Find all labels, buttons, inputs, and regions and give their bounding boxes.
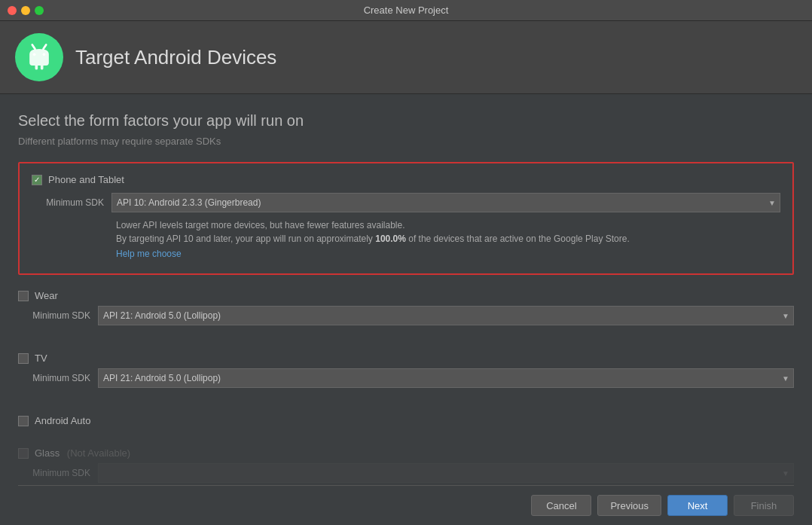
android-auto-label: Android Auto: [35, 415, 90, 426]
wear-label: Wear: [35, 290, 58, 301]
android-auto-section: Android Auto: [18, 409, 794, 432]
tv-sdk-select[interactable]: API 21: Android 5.0 (Lollipop): [98, 368, 794, 388]
form-factors-list: Phone and Tablet Minimum SDK API 10: And…: [18, 162, 794, 485]
phone-tablet-sdk-select[interactable]: API 10: Android 2.3.3 (Gingerbread): [111, 193, 780, 212]
glass-checkbox: [18, 448, 29, 459]
help-me-choose-link[interactable]: Help me choose: [116, 249, 182, 259]
glass-section: Glass (Not Available) Minimum SDK: [18, 441, 794, 485]
phone-tablet-section: Phone and Tablet Minimum SDK API 10: And…: [18, 162, 794, 275]
glass-sdk-row: Minimum SDK: [18, 463, 794, 483]
svg-line-3: [44, 45, 47, 50]
info-line-2: By targeting API 10 and later, your app …: [116, 232, 780, 246]
glass-note: (Not Available): [67, 447, 130, 459]
window-title: Create New Project: [364, 5, 449, 16]
glass-label: Glass (Not Available): [35, 447, 130, 459]
phone-tablet-row: Phone and Tablet: [32, 174, 780, 185]
wear-section: Wear Minimum SDK API 21: Android 5.0 (Lo…: [18, 284, 794, 337]
glass-sdk-select: [98, 463, 794, 483]
wear-checkbox[interactable]: [18, 291, 29, 301]
tv-sdk-label: Minimum SDK: [18, 373, 90, 383]
wear-sdk-label: Minimum SDK: [18, 310, 90, 321]
glass-sdk-wrapper: [98, 463, 794, 483]
maximize-button[interactable]: [35, 6, 44, 15]
tv-sdk-row: Minimum SDK API 21: Android 5.0 (Lollipo…: [18, 368, 794, 388]
android-auto-row: Android Auto: [18, 415, 794, 426]
glass-sdk-label: Minimum SDK: [18, 468, 90, 478]
svg-line-2: [32, 45, 35, 50]
header-title: Target Android Devices: [75, 46, 276, 69]
info-line-1: Lower API levels target more devices, bu…: [116, 218, 780, 232]
android-logo: [15, 33, 63, 81]
header: Target Android Devices: [0, 21, 812, 94]
wear-sdk-row: Minimum SDK API 21: Android 5.0 (Lollipo…: [18, 306, 794, 325]
tv-label: TV: [35, 353, 47, 364]
phone-tablet-sdk-row: Minimum SDK API 10: Android 2.3.3 (Ginge…: [32, 193, 780, 212]
title-bar: Create New Project: [0, 0, 812, 21]
cancel-button[interactable]: Cancel: [531, 495, 591, 516]
finish-button[interactable]: Finish: [734, 495, 794, 516]
next-button[interactable]: Next: [667, 495, 728, 516]
close-button[interactable]: [8, 6, 17, 15]
tv-section: TV Minimum SDK API 21: Android 5.0 (Loll…: [18, 346, 794, 400]
android-icon: [23, 41, 56, 74]
footer: Cancel Previous Next Finish: [0, 486, 812, 525]
phone-tablet-info: Lower API levels target more devices, bu…: [116, 218, 780, 260]
previous-button[interactable]: Previous: [597, 495, 661, 516]
glass-row: Glass (Not Available): [18, 447, 794, 459]
wear-sdk-wrapper[interactable]: API 21: Android 5.0 (Lollipop): [98, 306, 794, 325]
tv-sdk-wrapper[interactable]: API 21: Android 5.0 (Lollipop): [98, 368, 794, 388]
minimize-button[interactable]: [21, 6, 30, 15]
phone-tablet-checkbox[interactable]: [32, 175, 42, 185]
android-auto-checkbox[interactable]: [18, 416, 29, 426]
content-area: Select the form factors your app will ru…: [0, 94, 812, 485]
wear-sdk-select[interactable]: API 21: Android 5.0 (Lollipop): [98, 306, 794, 325]
section-title: Select the form factors your app will ru…: [18, 112, 794, 130]
section-subtitle: Different platforms may require separate…: [18, 136, 794, 147]
phone-tablet-sdk-wrapper[interactable]: API 10: Android 2.3.3 (Gingerbread): [111, 193, 780, 212]
tv-row: TV: [18, 353, 794, 364]
window-controls: [8, 6, 44, 15]
phone-tablet-sdk-label: Minimum SDK: [32, 197, 104, 208]
tv-checkbox[interactable]: [18, 353, 29, 364]
wear-row: Wear: [18, 290, 794, 301]
phone-tablet-label: Phone and Tablet: [48, 174, 124, 185]
